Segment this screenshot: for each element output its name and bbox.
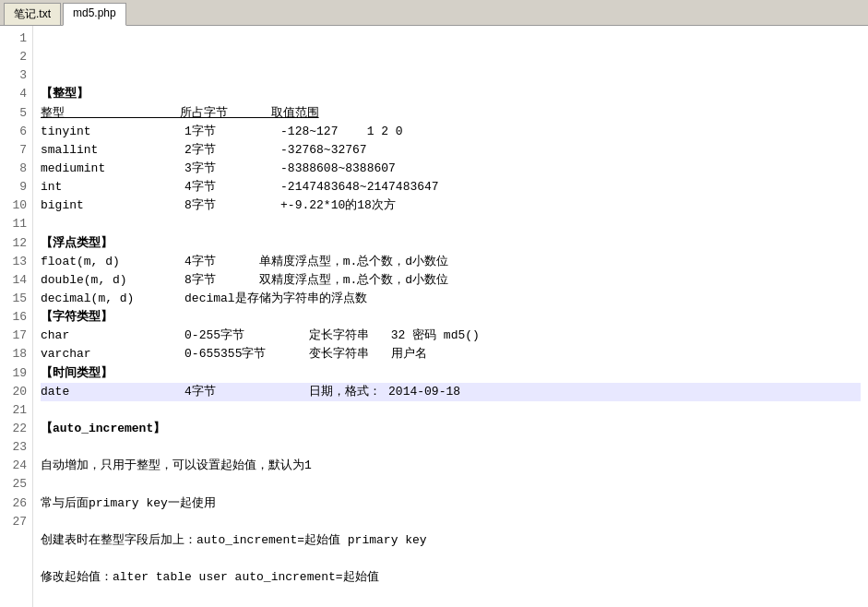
code-line-24: [41, 513, 861, 531]
line-number-10: 10: [4, 196, 27, 215]
code-line-19: 【auto_increment】: [41, 420, 861, 438]
line-number-6: 6: [4, 123, 27, 141]
line-number-18: 18: [4, 345, 27, 363]
code-line-22: [41, 475, 861, 494]
code-line-13: 【字符类型】: [41, 308, 861, 327]
code-line-6: int 4字节 -2147483648~2147483647: [41, 178, 861, 196]
tab-md5-php[interactable]: md5.php: [63, 3, 126, 26]
line-number-12: 12: [4, 234, 27, 253]
code-line-21: 自动增加，只用于整型，可以设置起始值，默认为1: [41, 457, 861, 475]
code-line-3: tinyint 1字节 -128~127 1 2 0: [41, 123, 861, 141]
line-number-9: 9: [4, 178, 27, 196]
code-line-5: mediumint 3字节 -8388608~8388607: [41, 160, 861, 178]
code-line-7: bigint 8字节 +-9.22*10的18次方: [41, 196, 861, 215]
code-line-12: decimal(m, d) decimal是存储为字符串的浮点数: [41, 290, 861, 308]
editor-area: 1234567891011121314151617181920212223242…: [0, 26, 868, 607]
line-number-11: 11: [4, 215, 27, 233]
code-line-10: float(m, d) 4字节 单精度浮点型，m.总个数，d小数位: [41, 253, 861, 271]
line-number-4: 4: [4, 85, 27, 103]
editor-window: 笔记.txtmd5.php 12345678910111213141516171…: [0, 0, 868, 607]
line-number-19: 19: [4, 364, 27, 383]
code-line-1: 【整型】: [41, 85, 861, 103]
line-number-13: 13: [4, 253, 27, 271]
code-line-15: varchar 0-655355字节 变长字符串 用户名: [41, 345, 861, 363]
code-line-8: [41, 215, 861, 233]
code-line-26: [41, 550, 861, 568]
line-number-2: 2: [4, 48, 27, 66]
line-numbers: 1234567891011121314151617181920212223242…: [0, 26, 33, 607]
code-line-14: char 0-255字节 定长字符串 32 密码 md5(): [41, 327, 861, 345]
tab-bar: 笔记.txtmd5.php: [0, 0, 868, 26]
code-area[interactable]: 【整型】整型 所占字节 取值范围tinyint 1字节 -128~127 1 2…: [33, 26, 868, 607]
line-number-7: 7: [4, 141, 27, 160]
line-number-24: 24: [4, 457, 27, 475]
code-line-4: smallint 2字节 -32768~32767: [41, 141, 861, 160]
line-number-5: 5: [4, 104, 27, 123]
line-number-21: 21: [4, 401, 27, 420]
code-line-27: 修改起始值：alter table user auto_increment=起始…: [41, 568, 861, 587]
line-number-8: 8: [4, 160, 27, 178]
line-number-20: 20: [4, 383, 27, 401]
line-number-3: 3: [4, 66, 27, 85]
code-line-17: date 4字节 日期，格式： 2014-09-18: [41, 383, 861, 401]
code-line-23: 常与后面primary key一起使用: [41, 494, 861, 513]
line-number-14: 14: [4, 271, 27, 290]
code-line-25: 创建表时在整型字段后加上：auto_increment=起始值 primary …: [41, 531, 861, 550]
line-number-16: 16: [4, 308, 27, 327]
code-line-2: 整型 所占字节 取值范围: [41, 104, 861, 123]
line-number-25: 25: [4, 475, 27, 494]
code-line-11: double(m, d) 8字节 双精度浮点型，m.总个数，d小数位: [41, 271, 861, 290]
code-line-18: [41, 401, 861, 420]
code-line-16: 【时间类型】: [41, 364, 861, 383]
line-number-1: 1: [4, 30, 27, 48]
line-number-27: 27: [4, 513, 27, 531]
line-number-22: 22: [4, 420, 27, 438]
line-number-26: 26: [4, 494, 27, 513]
line-number-23: 23: [4, 438, 27, 457]
code-line-20: [41, 438, 861, 457]
code-line-9: 【浮点类型】: [41, 234, 861, 253]
line-number-15: 15: [4, 290, 27, 308]
line-number-17: 17: [4, 327, 27, 345]
tab----txt[interactable]: 笔记.txt: [4, 3, 61, 25]
